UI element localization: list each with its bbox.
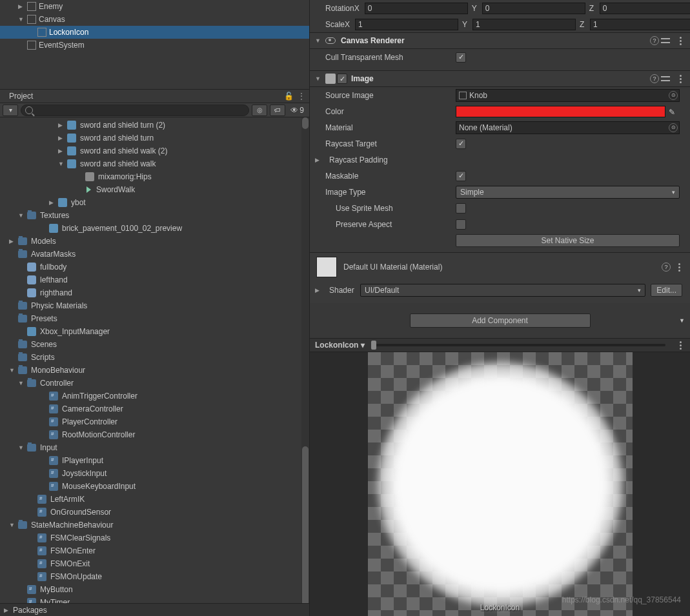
component-menu-icon[interactable] (675, 263, 684, 272)
project-tree-item[interactable]: JoystickInput (0, 467, 309, 480)
project-tree-item[interactable]: ▼Input (0, 441, 309, 454)
foldout-icon[interactable]: ▶ (9, 238, 17, 244)
foldout-icon[interactable]: ▶ (58, 148, 66, 154)
project-tree-item[interactable]: brick_pavement_0100_02_preview (0, 222, 309, 235)
project-tree-item[interactable]: ▶sword and shield turn (2) (0, 119, 309, 132)
project-tree-item[interactable]: MyTimer (0, 596, 309, 603)
preserve-aspect-checkbox[interactable] (456, 219, 466, 230)
eyedropper-icon[interactable]: ✎ (666, 106, 678, 118)
scale-y-input[interactable] (472, 19, 576, 30)
foldout-icon[interactable]: ▶ (315, 287, 323, 293)
preview-slider[interactable] (371, 344, 665, 346)
project-tree-item[interactable]: MouseKeyboardInput (0, 480, 309, 493)
packages-row[interactable]: ▶ Packages (0, 603, 309, 616)
image-component-header[interactable]: ▼ Image ? (310, 70, 690, 87)
lock-icon[interactable]: 🔓 (283, 91, 294, 101)
preview-menu-icon[interactable] (676, 341, 685, 350)
project-tree-item[interactable]: CameraController (0, 402, 309, 415)
help-icon[interactable]: ? (662, 263, 671, 272)
project-tree-item[interactable]: lefthand (0, 273, 309, 286)
source-image-field[interactable]: Knob⊙ (456, 89, 680, 102)
project-tree-item[interactable]: fullbody (0, 261, 309, 273)
preset-icon[interactable] (659, 73, 672, 84)
project-tree[interactable]: ▶sword and shield turn (2)▶sword and shi… (0, 117, 309, 603)
project-tree-item[interactable]: righthand (0, 286, 309, 299)
image-enabled-checkbox[interactable] (337, 74, 347, 84)
project-tree-item[interactable]: ▶sword and shield turn (0, 132, 309, 144)
foldout-icon[interactable]: ▼ (18, 444, 26, 451)
canvas-renderer-header[interactable]: ▼ Canvas Renderer ? (310, 32, 690, 49)
project-tree-item[interactable]: ▼StateMachineBehaviour (0, 519, 309, 532)
foldout-icon[interactable]: ▼ (18, 16, 26, 23)
project-tree-item[interactable]: Presets (0, 312, 309, 325)
search-by-label-button[interactable]: 🏷 (270, 104, 285, 116)
material-header[interactable]: Default UI Material (Material) ? (310, 252, 690, 281)
project-tree-item[interactable]: Scenes (0, 338, 309, 351)
rotation-x-input[interactable] (365, 3, 468, 14)
scrollbar-thumb-top[interactable] (302, 117, 309, 129)
scrollbar[interactable] (301, 117, 309, 603)
foldout-icon[interactable]: ▶ (58, 135, 66, 141)
raycast-target-checkbox[interactable] (456, 139, 466, 149)
foldout-icon[interactable]: ▼ (18, 212, 26, 219)
hierarchy-item[interactable]: ▼Canvas (0, 13, 309, 26)
project-tree-item[interactable]: ▶Models (0, 235, 309, 248)
preview-tab[interactable]: LockonIcon ▾ (315, 341, 365, 350)
foldout-icon[interactable]: ▶ (315, 157, 323, 163)
shader-dropdown[interactable]: UI/Default (360, 284, 645, 297)
foldout-icon[interactable]: ▼ (9, 367, 17, 373)
project-tree-item[interactable]: ▼sword and shield walk (0, 157, 309, 170)
project-tree-item[interactable]: FSMOnExit (0, 557, 309, 570)
foldout-icon[interactable]: ▼ (315, 37, 323, 44)
project-tree-item[interactable]: LeftArmIK (0, 493, 309, 506)
hierarchy-item[interactable]: LockonIcon (0, 26, 309, 39)
help-icon[interactable]: ? (650, 36, 659, 45)
create-dropdown-button[interactable]: ▾ (3, 104, 18, 116)
component-menu-icon[interactable] (676, 37, 685, 45)
project-tree-item[interactable]: mixamorig:Hips (0, 170, 309, 183)
hierarchy-item[interactable]: EventSystem (0, 39, 309, 52)
foldout-icon[interactable]: ▼ (9, 522, 17, 528)
project-tree-item[interactable]: FSMOnUpdate (0, 570, 309, 583)
rotation-y-input[interactable] (482, 3, 585, 14)
color-field[interactable]: ✎ (456, 106, 665, 117)
foldout-icon[interactable]: ▼ (315, 75, 323, 82)
project-tree-item[interactable]: ▶ybot (0, 196, 309, 209)
object-picker-icon[interactable]: ⊙ (669, 123, 678, 132)
project-tree-item[interactable]: AnimTriggerController (0, 390, 309, 402)
project-tree-item[interactable]: ▼Controller (0, 377, 309, 390)
add-component-button[interactable]: Add Component (410, 313, 591, 328)
project-tree-item[interactable]: MyButton (0, 583, 309, 596)
foldout-icon[interactable]: ▼ (58, 161, 66, 167)
project-search-input[interactable] (21, 104, 249, 116)
scrollbar-thumb[interactable] (302, 446, 309, 603)
shader-edit-button[interactable]: Edit... (651, 284, 682, 297)
foldout-icon[interactable]: ▶ (58, 122, 66, 128)
slider-thumb[interactable] (371, 341, 376, 350)
scale-z-input[interactable] (590, 19, 690, 30)
object-picker-icon[interactable]: ⊙ (669, 91, 678, 100)
image-type-dropdown[interactable]: Simple (456, 186, 680, 199)
project-tree-item[interactable]: SwordWalk (0, 183, 309, 196)
maskable-checkbox[interactable] (456, 171, 466, 181)
material-field[interactable]: None (Material)⊙ (456, 121, 680, 134)
cull-transparent-checkbox[interactable] (456, 52, 466, 63)
foldout-icon[interactable]: ▶ (49, 199, 57, 206)
project-tree-item[interactable]: IPlayerInput (0, 454, 309, 467)
search-by-type-button[interactable]: ◎ (252, 104, 267, 116)
chevron-down-icon[interactable]: ▼ (679, 317, 685, 324)
use-sprite-mesh-checkbox[interactable] (456, 203, 466, 214)
project-tree-item[interactable]: FSMClearSignals (0, 532, 309, 544)
project-tree-item[interactable]: Physic Materials (0, 299, 309, 312)
panel-menu-icon[interactable]: ⋮ (296, 91, 307, 101)
project-tree-item[interactable]: Scripts (0, 351, 309, 364)
component-menu-icon[interactable] (676, 75, 685, 83)
preset-icon[interactable] (659, 35, 672, 46)
project-tree-item[interactable]: ▶sword and shield walk (2) (0, 144, 309, 157)
project-tree-item[interactable]: Xbox_InputManager (0, 325, 309, 338)
set-native-size-button[interactable]: Set Native Size (456, 234, 680, 247)
foldout-icon[interactable]: ▶ (18, 3, 26, 10)
project-tree-item[interactable]: ▼Textures (0, 209, 309, 222)
project-tree-item[interactable]: OnGroundSensor (0, 506, 309, 519)
scale-x-input[interactable] (355, 19, 458, 30)
